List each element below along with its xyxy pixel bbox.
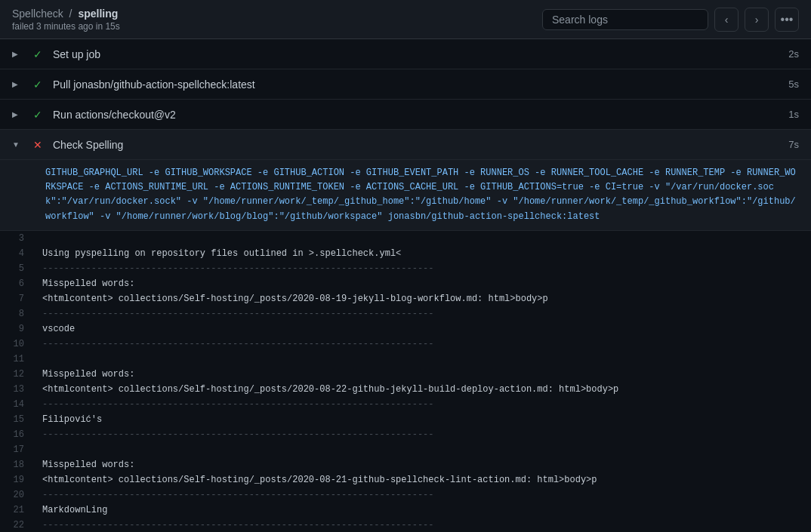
breadcrumb-current: spelling — [78, 8, 118, 20]
line-content: ----------------------------------------… — [36, 306, 439, 321]
line-content: MarkdownLing — [36, 503, 113, 518]
nav-prev-button[interactable]: ‹ — [714, 8, 739, 32]
log-line: 6Misspelled words: — [0, 276, 811, 291]
log-line: 9vscode — [0, 321, 811, 337]
line-number: 7 — [0, 291, 36, 306]
log-line: 4Using pyspelling on repository files ou… — [0, 246, 811, 261]
chevron-left-icon: ‹ — [725, 14, 729, 26]
line-number: 18 — [0, 457, 36, 472]
job-name: Run actions/checkout@v2 — [53, 109, 788, 121]
log-line: 10--------------------------------------… — [0, 337, 811, 352]
line-number: 10 — [0, 337, 36, 352]
job-name: Set up job — [53, 48, 788, 60]
log-line: 18Misspelled words: — [0, 457, 811, 472]
job-item-check-spelling[interactable]: ▼ ✕ Check Spelling 7s — [0, 130, 811, 160]
header-left: Spellcheck / spelling failed 3 minutes a… — [12, 8, 120, 32]
line-number: 13 — [0, 382, 36, 397]
line-content: ----------------------------------------… — [36, 337, 439, 352]
line-number: 22 — [0, 518, 36, 532]
breadcrumb-parent: Spellcheck — [12, 8, 63, 20]
more-options-button[interactable]: ••• — [775, 8, 799, 32]
chevron-down-icon: ▼ — [12, 140, 24, 149]
line-content: <htmlcontent> collections/Self-hosting/_… — [36, 291, 554, 306]
line-content: vscode — [36, 321, 81, 337]
success-icon: ✓ — [30, 77, 45, 92]
breadcrumb: Spellcheck / spelling — [12, 8, 120, 20]
ellipsis-icon: ••• — [781, 13, 794, 26]
job-item-pull-image[interactable]: ▶ ✓ Pull jonasbn/github-action-spellchec… — [0, 69, 811, 100]
nav-next-button[interactable]: › — [745, 8, 769, 32]
line-content: <htmlcontent> collections/Self-hosting/_… — [36, 472, 603, 487]
line-number: 9 — [0, 321, 36, 337]
success-icon: ✓ — [30, 47, 45, 62]
line-number: 8 — [0, 306, 36, 321]
log-line: 11 — [0, 352, 811, 367]
log-line: 13<htmlcontent> collections/Self-hosting… — [0, 382, 811, 397]
app-container: Spellcheck / spelling failed 3 minutes a… — [0, 0, 811, 532]
line-content: ----------------------------------------… — [36, 487, 439, 503]
line-number: 14 — [0, 397, 36, 412]
job-duration: 5s — [788, 78, 799, 90]
log-scroll-area[interactable]: GITHUB_GRAPHQL_URL -e GITHUB_WORKSPACE -… — [0, 160, 811, 532]
log-area: GITHUB_GRAPHQL_URL -e GITHUB_WORKSPACE -… — [0, 160, 811, 532]
line-number: 16 — [0, 427, 36, 442]
log-line: 22--------------------------------------… — [0, 518, 811, 532]
line-content: ----------------------------------------… — [36, 397, 439, 412]
line-content: Misspelled words: — [36, 367, 140, 382]
chevron-right-icon: › — [755, 14, 759, 26]
log-command-block: GITHUB_GRAPHQL_URL -e GITHUB_WORKSPACE -… — [0, 160, 811, 231]
log-line: 7<htmlcontent> collections/Self-hosting/… — [0, 291, 811, 306]
job-item-set-up-job[interactable]: ▶ ✓ Set up job 2s — [0, 39, 811, 69]
header-right: ‹ › ••• — [542, 8, 799, 32]
line-content: Misspelled words: — [36, 276, 140, 291]
line-number: 15 — [0, 412, 36, 427]
failure-icon: ✕ — [30, 137, 45, 152]
line-number: 19 — [0, 472, 36, 487]
line-content: ----------------------------------------… — [36, 261, 439, 276]
log-line: 3 — [0, 231, 811, 246]
search-input[interactable] — [542, 9, 708, 30]
job-subtitle: failed 3 minutes ago in 15s — [12, 21, 120, 32]
log-line: 20--------------------------------------… — [0, 487, 811, 503]
log-line: 8---------------------------------------… — [0, 306, 811, 321]
line-number: 11 — [0, 352, 36, 367]
job-duration: 7s — [788, 139, 799, 150]
log-line: 14--------------------------------------… — [0, 397, 811, 412]
line-number: 6 — [0, 276, 36, 291]
line-number: 21 — [0, 503, 36, 518]
log-line: 19<htmlcontent> collections/Self-hosting… — [0, 472, 811, 487]
log-line: 12Misspelled words: — [0, 367, 811, 382]
log-line: 21MarkdownLing — [0, 503, 811, 518]
log-line: 15Filipović's — [0, 412, 811, 427]
job-name: Check Spelling — [53, 139, 788, 151]
success-icon: ✓ — [30, 107, 45, 122]
line-content: Misspelled words: — [36, 457, 140, 472]
breadcrumb-separator: / — [69, 8, 72, 20]
line-number: 17 — [0, 442, 36, 457]
line-number: 3 — [0, 231, 36, 246]
line-content: <htmlcontent> collections/Self-hosting/_… — [36, 382, 624, 397]
chevron-right-icon: ▶ — [12, 110, 24, 118]
chevron-right-icon: ▶ — [12, 80, 24, 88]
log-line: 16--------------------------------------… — [0, 427, 811, 442]
log-line: 17 — [0, 442, 811, 457]
line-number: 4 — [0, 246, 36, 261]
log-lines-container: 34Using pyspelling on repository files o… — [0, 231, 811, 532]
line-number: 5 — [0, 261, 36, 276]
job-list: ▶ ✓ Set up job 2s ▶ ✓ Pull jonasbn/githu… — [0, 39, 811, 160]
line-content: Using pyspelling on repository files out… — [36, 246, 407, 261]
line-number: 20 — [0, 487, 36, 503]
log-line: 5---------------------------------------… — [0, 261, 811, 276]
job-name: Pull jonasbn/github-action-spellcheck:la… — [53, 78, 788, 91]
line-number: 12 — [0, 367, 36, 382]
line-content: ----------------------------------------… — [36, 518, 439, 532]
header: Spellcheck / spelling failed 3 minutes a… — [0, 0, 811, 39]
line-content: Filipović's — [36, 412, 108, 427]
job-duration: 1s — [788, 109, 799, 120]
chevron-right-icon: ▶ — [12, 50, 24, 58]
job-item-run-checkout[interactable]: ▶ ✓ Run actions/checkout@v2 1s — [0, 100, 811, 130]
line-content: ----------------------------------------… — [36, 427, 439, 442]
job-duration: 2s — [788, 48, 799, 60]
